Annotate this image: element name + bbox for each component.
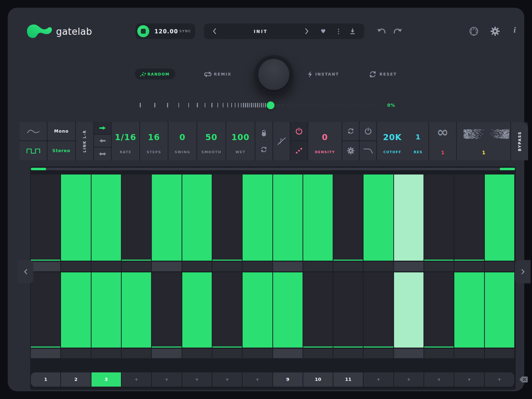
- seq-step-top-6[interactable]: [182, 174, 212, 261]
- seq-step-bottom-9[interactable]: [273, 272, 303, 348]
- scroll-right-tab[interactable]: [515, 260, 531, 283]
- pattern-slot-1[interactable]: 1: [31, 372, 60, 387]
- seq-step-top-16[interactable]: [485, 174, 514, 261]
- seq-step-bottom-10[interactable]: [303, 272, 333, 348]
- range-end-handle[interactable]: [500, 168, 515, 170]
- infinity-cell[interactable]: ∞ 1: [429, 122, 456, 160]
- seq-step-bottom-6[interactable]: [182, 272, 212, 348]
- pattern-slot-16[interactable]: +: [485, 372, 514, 387]
- clear-pattern-backspace-icon[interactable]: [519, 376, 528, 383]
- wet-control[interactable]: 100 WET: [226, 122, 255, 160]
- seq-step-top-5[interactable]: [152, 174, 181, 261]
- cutoff-res-control[interactable]: 20K CUTOFF 1 RES: [377, 122, 428, 160]
- pattern-slot-4[interactable]: +: [122, 372, 151, 387]
- stop-button[interactable]: [137, 25, 149, 37]
- preset-menu-icon[interactable]: [338, 28, 339, 35]
- lock-icon[interactable]: [261, 129, 267, 137]
- seq-step-bottom-12[interactable]: [364, 272, 393, 348]
- density-power-button[interactable]: [290, 122, 307, 140]
- swing-control[interactable]: 0 SWING: [168, 122, 196, 160]
- seq-step-bottom-4[interactable]: [122, 272, 151, 348]
- settings-gear-icon[interactable]: [490, 26, 500, 36]
- density-control[interactable]: 0 DENSITY: [308, 122, 342, 160]
- seq-step-top-8[interactable]: [243, 174, 272, 261]
- preset-name[interactable]: INIT: [236, 29, 286, 34]
- filter-settings-button[interactable]: [342, 141, 359, 160]
- scroll-left-tab[interactable]: [18, 260, 33, 283]
- main-knob[interactable]: [254, 55, 294, 94]
- pattern-slot-3[interactable]: 3: [92, 372, 121, 387]
- pattern-slot-12[interactable]: +: [364, 372, 393, 387]
- seq-step-bottom-16[interactable]: [485, 272, 514, 348]
- seq-step-bottom-1[interactable]: [31, 272, 60, 348]
- favorite-icon[interactable]: ♥: [321, 28, 326, 35]
- seq-step-top-2[interactable]: [61, 174, 90, 261]
- midi-icon[interactable]: [469, 26, 479, 36]
- info-icon[interactable]: i: [514, 26, 516, 35]
- preset-prev-icon[interactable]: [212, 28, 217, 34]
- remix-button[interactable]: REMIX: [214, 72, 232, 77]
- seq-step-bottom-15[interactable]: [454, 272, 484, 348]
- instant-lightning-icon[interactable]: [307, 71, 312, 78]
- seq-step-bottom-8[interactable]: [243, 272, 272, 348]
- sync-toggle[interactable]: SYNC: [179, 29, 191, 33]
- save-download-icon[interactable]: [349, 28, 356, 34]
- seq-step-top-14[interactable]: [424, 174, 454, 261]
- seq-step-top-3[interactable]: [92, 174, 121, 261]
- seq-step-bottom-5[interactable]: [152, 272, 181, 348]
- seq-step-top-13[interactable]: [394, 174, 423, 261]
- seq-step-bottom-11[interactable]: [333, 272, 363, 348]
- note-mute-cell[interactable]: ♪: [273, 122, 290, 160]
- pattern-slot-2[interactable]: 2: [61, 372, 90, 387]
- bypass-button[interactable]: BYPASS: [511, 122, 528, 160]
- stereo-button[interactable]: Stereo: [48, 141, 75, 160]
- undo-icon[interactable]: [377, 28, 386, 34]
- rate-control[interactable]: 1/16 RATE: [112, 122, 139, 160]
- pattern-slot-8[interactable]: +: [243, 372, 272, 387]
- seq-step-bottom-13[interactable]: [394, 272, 423, 348]
- direction-backward-button[interactable]: [94, 135, 111, 147]
- reset-button[interactable]: RESET: [379, 72, 397, 77]
- seq-step-bottom-14[interactable]: [424, 272, 454, 348]
- pattern-slot-15[interactable]: +: [454, 372, 484, 387]
- seq-step-top-15[interactable]: [454, 174, 484, 261]
- random-button[interactable]: RANDOM: [135, 68, 175, 79]
- wave-square-cell[interactable]: [20, 141, 47, 160]
- range-start-handle[interactable]: [31, 168, 46, 170]
- density-dots-button[interactable]: [290, 141, 307, 160]
- seq-step-top-7[interactable]: [212, 174, 242, 261]
- noise-cell[interactable]: 1: [457, 122, 510, 160]
- seq-step-top-11[interactable]: [333, 174, 363, 261]
- seq-step-bottom-2[interactable]: [61, 272, 90, 348]
- lock-refresh-cell[interactable]: [255, 122, 272, 160]
- smooth-control[interactable]: 50 SMOOTH: [197, 122, 226, 160]
- reseed-icon[interactable]: [260, 146, 267, 153]
- filter-power-button[interactable]: [360, 122, 376, 140]
- pattern-slot-7[interactable]: +: [212, 372, 242, 387]
- link-lr-button[interactable]: LINK L-R: [76, 122, 93, 160]
- pattern-slot-14[interactable]: +: [424, 372, 454, 387]
- bpm-display[interactable]: 120.00: [153, 28, 180, 35]
- seq-step-bottom-3[interactable]: [92, 272, 121, 348]
- pattern-slot-9[interactable]: 9: [273, 372, 303, 387]
- filter-cycle-button[interactable]: [342, 122, 359, 140]
- seq-step-top-10[interactable]: [303, 174, 333, 261]
- seq-step-bottom-7[interactable]: [212, 272, 242, 348]
- filter-type-button[interactable]: [360, 141, 376, 160]
- pattern-slot-10[interactable]: 10: [303, 372, 333, 387]
- seq-step-top-9[interactable]: [273, 174, 303, 261]
- pattern-slot-5[interactable]: +: [152, 372, 181, 387]
- seq-step-top-1[interactable]: [31, 174, 60, 261]
- mono-button[interactable]: Mono: [48, 122, 75, 140]
- reset-icon[interactable]: [369, 71, 377, 78]
- pattern-slot-6[interactable]: +: [182, 372, 212, 387]
- remix-icon[interactable]: [203, 71, 212, 77]
- slider-knob[interactable]: [267, 101, 275, 109]
- instant-button[interactable]: INSTANT: [315, 72, 339, 77]
- preset-next-icon[interactable]: [305, 28, 309, 34]
- direction-forward-button[interactable]: [94, 122, 111, 134]
- direction-pingpong-button[interactable]: [94, 148, 111, 160]
- pattern-slot-13[interactable]: +: [394, 372, 423, 387]
- seq-step-top-12[interactable]: [364, 174, 393, 261]
- wave-sine-cell[interactable]: [20, 122, 47, 140]
